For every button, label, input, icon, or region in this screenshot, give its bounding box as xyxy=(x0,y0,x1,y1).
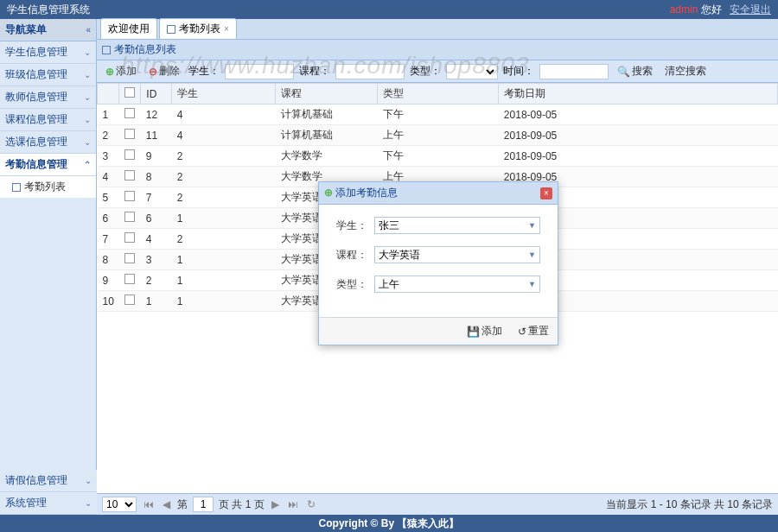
save-icon: 💾 xyxy=(467,326,480,338)
tab-welcome[interactable]: 欢迎使用 xyxy=(100,18,157,39)
toolbar: ⊕添加 ⊖删除 学生： 课程： 类型： 时间： 🔍搜索 清空搜索 xyxy=(97,60,778,83)
minus-icon: ⊖ xyxy=(149,66,157,78)
nav-class[interactable]: 班级信息管理⌄ xyxy=(0,64,96,86)
panel-header: 考勤信息列表 xyxy=(97,40,778,60)
plus-icon: ⊕ xyxy=(324,187,333,199)
row-checkbox[interactable] xyxy=(124,149,135,160)
course-label: 课程： xyxy=(299,64,330,79)
table-row[interactable]: 1124计算机基础下午2018-09-05 xyxy=(98,104,778,125)
refresh-icon[interactable]: ↻ xyxy=(305,498,317,510)
nav-attendance[interactable]: 考勤信息管理⌃ xyxy=(0,154,96,176)
row-checkbox[interactable] xyxy=(124,294,135,305)
dialog-title-bar[interactable]: ⊕ 添加考勤信息 × xyxy=(319,182,558,205)
row-checkbox[interactable] xyxy=(124,253,135,263)
nav-sub-list[interactable]: 考勤列表 xyxy=(0,176,96,198)
row-checkbox[interactable] xyxy=(124,129,135,139)
checkbox-all[interactable] xyxy=(124,87,135,98)
dlg-student-select[interactable]: 张三▼ xyxy=(374,217,540,234)
chevron-down-icon: ▼ xyxy=(528,280,536,288)
chevron-icon: ⌃ xyxy=(84,160,91,169)
nav-title[interactable]: 导航菜单« xyxy=(0,19,96,41)
dialog-add-button[interactable]: 💾添加 xyxy=(463,323,506,339)
chevron-icon: ⌄ xyxy=(84,137,91,147)
dialog-reset-button[interactable]: ↺重置 xyxy=(514,323,552,339)
row-checkbox[interactable] xyxy=(124,170,135,180)
plus-icon: ⊕ xyxy=(105,66,114,78)
table-row[interactable]: 392大学数学下午2018-09-05 xyxy=(98,146,778,167)
dlg-course-label: 课程： xyxy=(336,248,367,263)
col-type[interactable]: 类型 xyxy=(378,84,499,104)
col-id[interactable]: ID xyxy=(141,84,172,104)
chevron-down-icon: ▼ xyxy=(528,221,536,230)
nav-leave[interactable]: 请假信息管理⌄ xyxy=(0,470,97,492)
page-input[interactable] xyxy=(193,497,214,512)
type-label: 类型： xyxy=(410,64,441,79)
col-student[interactable]: 学生 xyxy=(172,84,276,104)
search-button[interactable]: 🔍搜索 xyxy=(614,63,656,79)
table-row[interactable]: 2114计算机基础上午2018-09-05 xyxy=(98,125,778,146)
close-icon[interactable]: × xyxy=(224,24,229,34)
collapse-icon: « xyxy=(86,25,91,35)
pager: 10 ⏮ ◀ 第 页 共 1 页 ▶ ⏭ ↻ 当前显示 1 - 10 条记录 共… xyxy=(97,493,778,515)
row-checkbox[interactable] xyxy=(124,232,135,243)
row-checkbox[interactable] xyxy=(124,212,135,222)
time-filter[interactable] xyxy=(539,64,609,79)
row-checkbox[interactable] xyxy=(124,108,135,118)
header-right: admin 您好 安全退出 xyxy=(665,3,771,17)
admin-link[interactable]: admin xyxy=(670,3,698,16)
logout-link[interactable]: 安全退出 xyxy=(730,3,771,16)
dialog-close[interactable]: × xyxy=(540,187,552,200)
chevron-icon: ⌄ xyxy=(84,70,91,79)
dlg-type-select[interactable]: 上午▼ xyxy=(374,276,540,293)
col-date[interactable]: 考勤日期 xyxy=(499,84,778,104)
tab-bar: 欢迎使用 考勤列表× xyxy=(97,19,778,40)
tab-icon xyxy=(167,25,175,34)
tab-attendance[interactable]: 考勤列表× xyxy=(159,18,237,39)
app-title: 学生信息管理系统 xyxy=(7,3,90,17)
first-page[interactable]: ⏮ xyxy=(142,498,156,510)
list-icon xyxy=(12,183,21,192)
last-page[interactable]: ⏭ xyxy=(286,498,300,510)
col-course[interactable]: 课程 xyxy=(276,84,378,104)
nav-student[interactable]: 学生信息管理⌄ xyxy=(0,41,96,64)
chevron-icon: ⌄ xyxy=(85,476,92,485)
student-label: 学生： xyxy=(188,64,220,79)
prev-page[interactable]: ◀ xyxy=(161,498,172,510)
chevron-icon: ⌄ xyxy=(84,48,91,57)
dlg-course-select[interactable]: 大学英语▼ xyxy=(374,246,540,263)
hello-text: 您好 xyxy=(701,3,722,16)
clear-button[interactable]: 清空搜索 xyxy=(661,63,710,79)
chevron-icon: ⌄ xyxy=(85,498,92,508)
page-size[interactable]: 10 xyxy=(102,497,137,512)
student-filter[interactable] xyxy=(225,64,294,79)
dlg-type-label: 类型： xyxy=(336,277,367,292)
app-header: 学生信息管理系统 admin 您好 安全退出 xyxy=(0,0,778,19)
nav-teacher[interactable]: 教师信息管理⌄ xyxy=(0,86,96,109)
chevron-down-icon: ▼ xyxy=(528,250,536,259)
add-dialog: ⊕ 添加考勤信息 × 学生：张三▼ 课程：大学英语▼ 类型：上午▼ 💾添加 ↺重… xyxy=(318,181,558,345)
chevron-icon: ⌄ xyxy=(84,92,91,102)
nav-course[interactable]: 课程信息管理⌄ xyxy=(0,109,96,131)
pager-info: 当前显示 1 - 10 条记录 共 10 条记录 xyxy=(606,497,773,512)
nav-select[interactable]: 选课信息管理⌄ xyxy=(0,131,96,154)
search-icon: 🔍 xyxy=(617,66,630,78)
sidebar: 导航菜单« 学生信息管理⌄ 班级信息管理⌄ 教师信息管理⌄ 课程信息管理⌄ 选课… xyxy=(0,19,97,515)
footer: Copyright © By 【猿来入此】 xyxy=(0,515,778,532)
row-checkbox[interactable] xyxy=(124,274,135,284)
delete-button[interactable]: ⊖删除 xyxy=(145,63,183,79)
time-label: 时间： xyxy=(503,64,534,79)
type-filter[interactable] xyxy=(446,64,498,79)
next-page[interactable]: ▶ xyxy=(270,498,281,510)
row-checkbox[interactable] xyxy=(124,191,135,201)
panel-icon xyxy=(102,46,111,54)
dlg-student-label: 学生： xyxy=(336,218,367,233)
course-filter[interactable] xyxy=(335,64,405,79)
reset-icon: ↺ xyxy=(518,326,526,338)
chevron-icon: ⌄ xyxy=(84,115,91,124)
add-button[interactable]: ⊕添加 xyxy=(102,63,140,79)
nav-system[interactable]: 系统管理⌄ xyxy=(0,492,97,515)
